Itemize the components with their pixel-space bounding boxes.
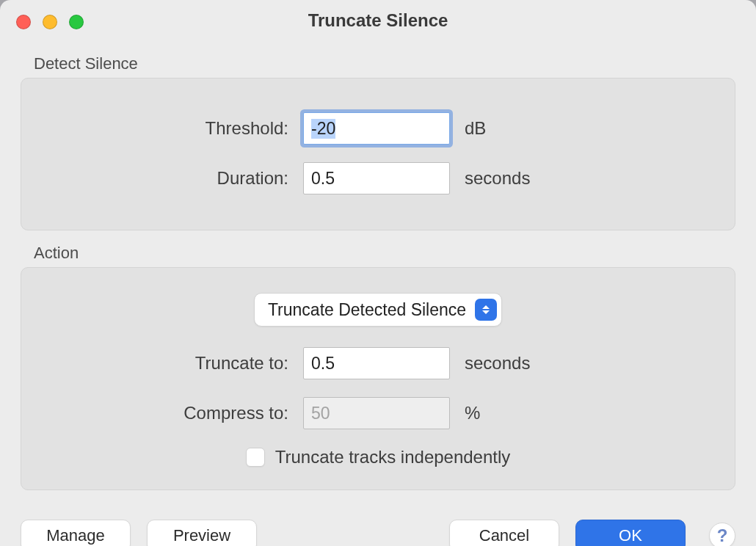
help-button[interactable]: ? [709, 523, 735, 546]
close-icon[interactable] [16, 15, 31, 29]
group-action: Truncate Detected Silence Truncate to: s… [21, 267, 735, 490]
threshold-unit: dB [465, 118, 486, 139]
compress-to-unit: % [465, 403, 480, 423]
button-bar: Manage Preview Cancel OK ? [21, 520, 735, 546]
cancel-button[interactable]: Cancel [449, 520, 559, 546]
preview-button[interactable]: Preview [147, 520, 257, 546]
independent-checkbox[interactable] [246, 448, 265, 467]
truncate-to-label: Truncate to: [39, 353, 303, 374]
chevron-updown-icon [475, 299, 497, 321]
independent-label: Truncate tracks independently [275, 447, 511, 467]
window-controls [16, 15, 84, 29]
action-mode-select[interactable]: Truncate Detected Silence [254, 293, 502, 327]
zoom-icon[interactable] [69, 15, 84, 29]
window-title: Truncate Silence [308, 10, 448, 31]
action-mode-value: Truncate Detected Silence [268, 300, 466, 320]
minimize-icon[interactable] [43, 15, 57, 29]
section-label-action: Action [34, 244, 735, 263]
truncate-to-input[interactable] [303, 347, 450, 379]
duration-unit: seconds [465, 168, 530, 189]
threshold-input[interactable] [303, 112, 450, 145]
dialog-truncate-silence: Truncate Silence Detect Silence Threshol… [0, 0, 756, 546]
ok-button[interactable]: OK [575, 520, 686, 546]
group-detect-silence: Threshold: dB Duration: seconds [21, 78, 735, 230]
manage-button[interactable]: Manage [21, 520, 131, 546]
duration-input[interactable] [303, 162, 450, 194]
section-label-detect: Detect Silence [34, 54, 735, 73]
duration-label: Duration: [39, 168, 303, 189]
titlebar: Truncate Silence [0, 0, 756, 41]
truncate-to-unit: seconds [465, 353, 530, 374]
compress-to-label: Compress to: [39, 403, 303, 423]
threshold-label: Threshold: [39, 118, 303, 139]
compress-to-input [303, 397, 450, 429]
